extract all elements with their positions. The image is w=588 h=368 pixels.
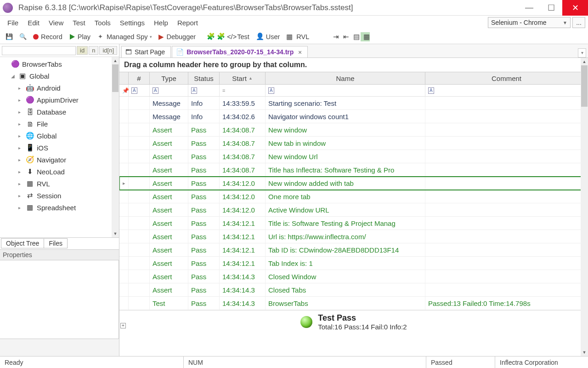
record-button[interactable]: Record	[30, 32, 65, 41]
grid-header[interactable]: # Type Status Start▲ Name Comment	[119, 72, 588, 85]
tree-item[interactable]: ▸🌐Global	[0, 130, 119, 142]
col-num[interactable]: #	[129, 72, 150, 84]
filter-icon[interactable]: A	[268, 87, 274, 94]
browser-profile-combo[interactable]: Selenium - Chrome ▼	[488, 17, 571, 28]
table-row[interactable]: TestPass14:34:14.3BrowserTabsPassed:13 F…	[119, 297, 588, 310]
table-row[interactable]: AssertPass14:34:08.7New window	[119, 123, 588, 137]
scroll-up-icon[interactable]: ▲	[581, 58, 588, 65]
filter-n-button[interactable]: n	[89, 46, 98, 55]
more-options-button[interactable]: ...	[572, 17, 585, 28]
filter-idn-button[interactable]: id[n]	[99, 46, 117, 55]
tree-item[interactable]: ▸⇄Session	[0, 190, 119, 201]
test-button[interactable]: Test	[234, 32, 252, 41]
menu-tools[interactable]: Tools	[90, 17, 115, 29]
tree-item[interactable]: ▸🗎File	[0, 118, 119, 130]
table-row[interactable]: ▸AssertPass14:34:12.0New window added wi…	[119, 177, 588, 190]
tree-global[interactable]: ◢▣Global	[0, 70, 119, 82]
menu-report[interactable]: Report	[173, 17, 203, 29]
grid-scrollbar[interactable]: ▲ ▼	[581, 58, 588, 356]
table-row[interactable]: AssertPass14:34:12.0One more tab	[119, 190, 588, 203]
debugger-button[interactable]: ▶Debugger	[156, 32, 198, 41]
tree-scrollbar[interactable]: ▲ ▼	[112, 57, 119, 237]
tree-root[interactable]: 🟣BrowserTabs	[0, 58, 119, 70]
save-icon[interactable]: 💾	[3, 32, 16, 41]
scroll-down-icon[interactable]: ▼	[581, 349, 588, 356]
filter-equals-icon[interactable]: =	[222, 88, 225, 93]
scroll-down-icon[interactable]: ▼	[112, 230, 119, 237]
menu-file[interactable]: File	[3, 17, 23, 29]
search-icon[interactable]: 🔍	[17, 32, 29, 41]
user-button[interactable]: User	[263, 32, 283, 41]
pin-icon[interactable]: 📌	[122, 87, 129, 94]
table-row[interactable]: AssertPass14:34:12.1Tab ID is: CDwindow-…	[119, 243, 588, 257]
toolbar-icon-3[interactable]: </>	[224, 32, 233, 41]
toolbar-extra-3[interactable]: ▤	[351, 32, 360, 41]
filter-icon[interactable]: A	[428, 87, 434, 94]
table-row[interactable]: AssertPass14:34:14.3Closed Window	[119, 270, 588, 283]
properties-header: Properties	[0, 250, 119, 260]
tab-start-page[interactable]: 🗔Start Page	[121, 46, 171, 58]
toolbar-icon-1[interactable]: 🧩	[204, 32, 213, 41]
grid-body[interactable]: MessageInfo14:33:59.5Starting scenario: …	[119, 97, 588, 310]
menu-help[interactable]: Help	[149, 17, 173, 29]
tree-item[interactable]: ▸▦Spreadsheet	[0, 201, 119, 213]
filter-icon[interactable]: A	[191, 87, 197, 94]
table-row[interactable]: AssertPass14:34:08.7New window Url	[119, 150, 588, 163]
table-row[interactable]: AssertPass14:34:12.1Title is: Software T…	[119, 217, 588, 230]
grid-filter-row[interactable]: 📌 A A A = A A	[119, 85, 588, 97]
col-status[interactable]: Status	[188, 72, 220, 84]
filter-id-button[interactable]: id	[77, 46, 88, 55]
play-button[interactable]: Play	[66, 32, 93, 41]
table-row[interactable]: MessageInfo14:34:02.6Navigator windows c…	[119, 110, 588, 123]
filter-icon[interactable]: A	[153, 87, 158, 94]
minimize-button[interactable]: —	[518, 0, 540, 16]
table-row[interactable]: AssertPass14:34:12.0Active Window URL	[119, 203, 588, 217]
spy-button[interactable]: ✦Managed Spy▾	[94, 32, 155, 41]
chevron-down-icon: ▼	[563, 20, 567, 25]
filter-icon[interactable]: A	[131, 87, 137, 94]
col-name[interactable]: Name	[266, 72, 425, 84]
tree-item[interactable]: ▸⬇NeoLoad	[0, 166, 119, 178]
group-hint[interactable]: Drag a column header here to group by th…	[119, 58, 588, 72]
user-icon[interactable]: 👤	[253, 32, 262, 41]
object-tree[interactable]: 🟣BrowserTabs ◢▣Global ▸🤖Android▸🟣AppiumD…	[0, 57, 119, 214]
close-tab-icon[interactable]: ×	[296, 49, 302, 56]
tree-item[interactable]: ▸🗄Database	[0, 106, 119, 118]
menu-view[interactable]: View	[44, 17, 68, 29]
menu-edit[interactable]: Edit	[23, 17, 44, 29]
table-row[interactable]: AssertPass14:34:14.3Closed Tabs	[119, 283, 588, 297]
toolbar-icon-2[interactable]: 🧩	[214, 32, 223, 41]
table-row[interactable]: AssertPass14:34:08.7New tab in window	[119, 137, 588, 150]
tab-object-tree[interactable]: Object Tree	[1, 238, 44, 248]
toolbar-extra-2[interactable]: ⇤	[340, 32, 350, 41]
table-row[interactable]: AssertPass14:34:12.1Tab Index is: 1	[119, 257, 588, 270]
tab-report[interactable]: 📄BrowserTabs_2020-07-15_14-34.trp×	[172, 46, 308, 58]
scroll-up-icon[interactable]: ▲	[112, 57, 119, 64]
close-button[interactable]: ✕	[562, 0, 588, 16]
col-start[interactable]: Start▲	[220, 72, 266, 84]
tree-item[interactable]: ▸🟣AppiumDriver	[0, 94, 119, 106]
scroll-thumb[interactable]	[112, 64, 119, 92]
tree-item[interactable]: ▸🧭Navigator	[0, 154, 119, 166]
menu-test[interactable]: Test	[68, 17, 90, 29]
col-comment[interactable]: Comment	[425, 72, 588, 84]
menu-settings[interactable]: Settings	[115, 17, 149, 29]
tree-item[interactable]: ▸📱iOS	[0, 142, 119, 154]
rvl-button[interactable]: RVL	[294, 32, 312, 41]
table-row[interactable]: AssertPass14:34:08.7Title has Inflectra:…	[119, 163, 588, 177]
rvl-icon[interactable]: ▦	[283, 32, 293, 41]
expand-all-button[interactable]: +	[120, 323, 126, 328]
object-filter-input[interactable]	[2, 46, 76, 55]
tab-files[interactable]: Files	[44, 238, 68, 248]
maximize-button[interactable]: ☐	[540, 0, 562, 16]
toolbar-extra-4[interactable]: ▦	[361, 32, 370, 41]
toolbar-extra-1[interactable]: ⇥	[330, 32, 339, 41]
table-row[interactable]: AssertPass14:34:12.1Url is: https://www.…	[119, 230, 588, 243]
tabs-dropdown-button[interactable]: ▾	[578, 48, 586, 58]
tree-item[interactable]: ▸🤖Android	[0, 82, 119, 94]
col-type[interactable]: Type	[150, 72, 188, 84]
scroll-thumb[interactable]	[581, 65, 588, 107]
svg-marker-0	[70, 34, 75, 40]
tree-item[interactable]: ▸▦RVL	[0, 178, 119, 190]
table-row[interactable]: MessageInfo14:33:59.5Starting scenario: …	[119, 97, 588, 110]
